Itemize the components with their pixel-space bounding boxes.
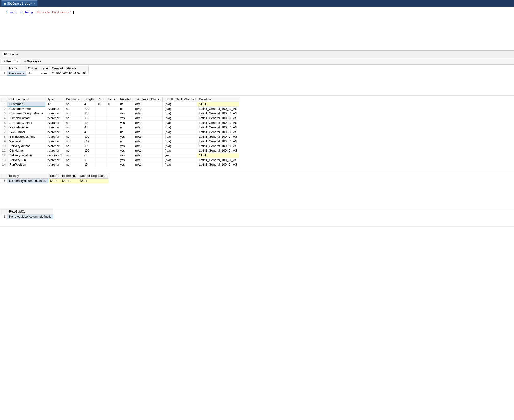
- table2-section: Column_name Type Computed Length Prec Sc…: [0, 96, 514, 172]
- table2-cell-comp: no: [64, 139, 82, 144]
- table2-cell-null: yes: [118, 144, 133, 148]
- row-num: 14: [0, 162, 7, 167]
- table-row: 3CustomerCategoryNamenvarcharno100yes(n/…: [0, 111, 239, 116]
- table2-cell-ttb: (n/a): [133, 107, 163, 111]
- zoom-arrow[interactable]: ◄: [16, 53, 18, 56]
- table2-cell-flnis: (n/a): [162, 135, 197, 139]
- table2-cell-prec: [96, 116, 106, 121]
- table2-cell-colname[interactable]: RunPosition: [7, 162, 45, 167]
- table2-header-type: Type: [45, 97, 64, 102]
- table2-cell-type: nvarchar: [45, 144, 64, 148]
- table2-cell-colname[interactable]: CustomerID: [7, 102, 45, 107]
- table2-cell-type: nvarchar: [45, 111, 64, 116]
- table2-header-scale: Scale: [106, 97, 118, 102]
- table2-cell-len: 100: [82, 135, 96, 139]
- table2-cell-prec: [96, 158, 106, 162]
- table2-cell-colname[interactable]: CustomerCategoryName: [7, 111, 45, 116]
- row-num: 9: [0, 139, 7, 144]
- table3: Identity Seed Increment Not For Replicat…: [0, 173, 108, 183]
- table2-cell-scale: [106, 107, 118, 111]
- table2-cell-flnis: (n/a): [162, 125, 197, 130]
- row-num: 1: [0, 102, 7, 107]
- row-num: 5: [0, 121, 7, 125]
- table2-cell-comp: no: [64, 111, 82, 116]
- table2-cell-scale: [106, 121, 118, 125]
- table1-section: Name Owner Type Created_datetime 1 Custo…: [0, 65, 514, 96]
- table2-cell-colname[interactable]: DeliveryLocation: [7, 153, 45, 158]
- tab-messages[interactable]: ✉ Messages: [22, 59, 44, 64]
- table2-cell-flnis: (n/a): [162, 116, 197, 121]
- table2-cell-prec: [96, 125, 106, 130]
- table2-cell-prec: [96, 139, 106, 144]
- table2-cell-comp: no: [64, 121, 82, 125]
- tab-close-icon[interactable]: ✕: [33, 2, 35, 5]
- table-row: 8BuyingGroupNamenvarcharno100yes(n/a)(n/…: [0, 135, 239, 139]
- table1-header-type: Type: [39, 66, 50, 71]
- table-row: 6PhoneNumbernvarcharno40no(n/a)(n/a)Lati…: [0, 125, 239, 130]
- table3-header-identity: Identity: [7, 173, 48, 179]
- table2-cell-type: nvarchar: [45, 130, 64, 135]
- table2-cell-collation: Latin1_General_100_CI_AS: [197, 158, 239, 162]
- table2-cell-scale: [106, 153, 118, 158]
- table2-cell-null: no: [118, 102, 133, 107]
- table2-cell-comp: no: [64, 116, 82, 121]
- table2-cell-colname[interactable]: DeliveryRun: [7, 158, 45, 162]
- table2-header-colname: Column_name: [7, 97, 45, 102]
- table2-cell-colname[interactable]: PhoneNumber: [7, 125, 45, 130]
- table2-cell-comp: no: [64, 153, 82, 158]
- table2-cell-len: 100: [82, 121, 96, 125]
- editor-tab[interactable]: ◼ SQLQuery1.sql* ✕: [1, 0, 37, 6]
- table1-cell-name[interactable]: Customers: [7, 71, 26, 76]
- table2-cell-colname[interactable]: DeliveryMethod: [7, 144, 45, 148]
- table2-cell-prec: [96, 162, 106, 167]
- table4-cell-value[interactable]: No rowguidcol column defined.: [7, 214, 53, 219]
- table2-cell-scale: [106, 148, 118, 153]
- table4: RowGuidCol 1 No rowguidcol column define…: [0, 209, 53, 219]
- tab-results[interactable]: ⊞ Results: [1, 59, 21, 64]
- table2-cell-ttb: (n/a): [133, 158, 163, 162]
- table2-cell-colname[interactable]: AlternateContact: [7, 121, 45, 125]
- table3-cell-seed: NULL: [48, 179, 60, 183]
- table2-cell-colname[interactable]: WebsiteURL: [7, 139, 45, 144]
- table2-cell-collation: NULL: [197, 153, 239, 158]
- table2-cell-null: yes: [118, 153, 133, 158]
- table-row: 10DeliveryMethodnvarcharno100yes(n/a)(n/…: [0, 144, 239, 148]
- table3-header-seed: Seed: [48, 173, 60, 179]
- table-row: 14RunPositionnvarcharno10yes(n/a)(n/a)La…: [0, 162, 239, 167]
- table2-cell-comp: no: [64, 102, 82, 107]
- table2-cell-len: 512: [82, 139, 96, 144]
- table2-cell-scale: [106, 139, 118, 144]
- table2-cell-colname[interactable]: FaxNumber: [7, 130, 45, 135]
- table2-cell-colname[interactable]: CityName: [7, 148, 45, 153]
- table1-rownum-header: [0, 66, 7, 71]
- table2-cell-colname[interactable]: BuyingGroupName: [7, 135, 45, 139]
- table2-cell-type: nvarchar: [45, 121, 64, 125]
- table2-cell-ttb: (n/a): [133, 102, 163, 107]
- table2-cell-collation: NULL: [197, 102, 239, 107]
- table3-cell-nfr: NULL: [78, 179, 108, 183]
- table2-cell-type: nvarchar: [45, 135, 64, 139]
- table2-cell-null: yes: [118, 135, 133, 139]
- table2-cell-comp: no: [64, 107, 82, 111]
- table4-section: RowGuidCol 1 No rowguidcol column define…: [0, 208, 514, 227]
- table2-cell-colname[interactable]: CustomerName: [7, 107, 45, 111]
- results-icon: ⊞: [4, 60, 5, 63]
- table3-cell-identity[interactable]: No identity column defined.: [7, 179, 48, 183]
- table-row: 11CityNamenvarcharno100yes(n/a)(n/a)Lati…: [0, 148, 239, 153]
- table-row: 7FaxNumbernvarcharno40no(n/a)(n/a)Latin1…: [0, 130, 239, 135]
- table2-cell-comp: no: [64, 162, 82, 167]
- table2-cell-null: yes: [118, 148, 133, 153]
- results-area[interactable]: Name Owner Type Created_datetime 1 Custo…: [0, 65, 514, 227]
- table-row: 12DeliveryLocationgeographyno-1yes(n/a)y…: [0, 153, 239, 158]
- table2-cell-prec: [96, 148, 106, 153]
- table2-cell-prec: [96, 135, 106, 139]
- table-row: 1 No identity column defined. NULL NULL …: [0, 179, 108, 183]
- code-line[interactable]: exec sp_help 'Website.Customers': [10, 9, 74, 14]
- zoom-select[interactable]: 107 % 100 % 75 % 50 %: [2, 52, 15, 57]
- row-num: 13: [0, 158, 7, 162]
- table2-cell-type: nvarchar: [45, 125, 64, 130]
- table2-cell-ttb: (n/a): [133, 121, 163, 125]
- table2-cell-colname[interactable]: PrimaryContact: [7, 116, 45, 121]
- table2-cell-collation: Latin1_General_100_CI_AS: [197, 125, 239, 130]
- row-num: 3: [0, 111, 7, 116]
